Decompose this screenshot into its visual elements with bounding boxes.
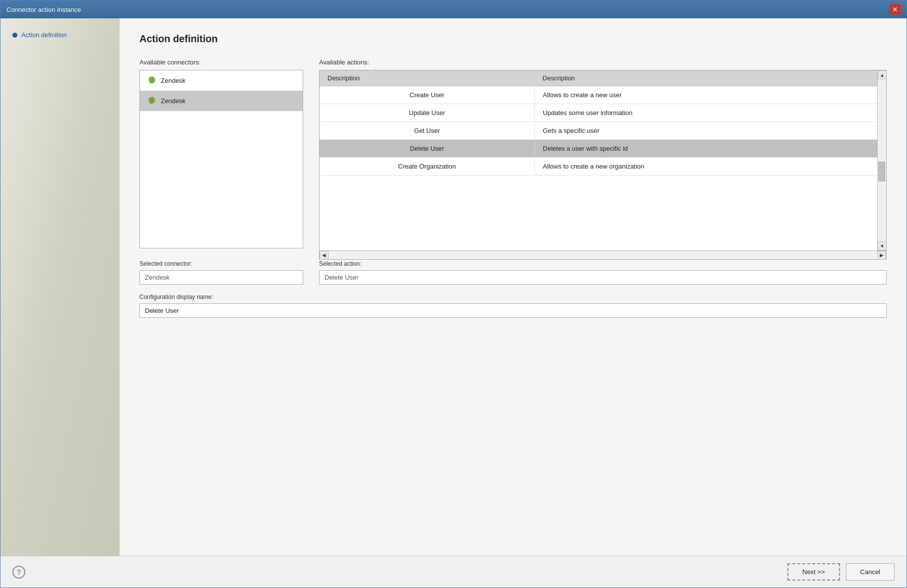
hscroll-left-button[interactable]: ◀ [320,251,328,260]
action-row-1[interactable]: Update User Updates some user informatio… [320,104,877,122]
action-desc-1: Updates some user information [535,104,877,122]
selected-action-label: Selected action: [319,260,887,267]
next-button[interactable]: Next >> [787,563,840,581]
footer: ? Next >> Cancel [0,556,907,588]
sidebar: Action definition [0,18,120,556]
action-name-1: Update User [320,104,535,122]
help-button[interactable]: ? [12,566,25,579]
action-desc-0: Allows to create a new user [535,86,877,104]
hscroll-track [328,251,877,259]
connector-item-1[interactable]: Zendesk [140,91,303,111]
scroll-down-button[interactable]: ▼ [878,241,886,250]
cancel-button[interactable]: Cancel [846,563,895,581]
action-name-2: Get User [320,122,535,140]
action-row-3[interactable]: Delete User Deletes a user with specific… [320,140,877,158]
config-section: Configuration display name: [139,294,887,318]
scroll-up-button[interactable]: ▲ [878,70,886,79]
close-button[interactable]: ✕ [890,4,901,15]
selected-action-input[interactable] [319,270,887,285]
actions-table-wrapper: Description Description Create User Allo… [319,70,887,260]
zendesk-icon-0 [147,75,157,85]
action-name-0: Create User [320,86,535,104]
scroll-track [878,79,886,241]
zendesk-icon-1 [147,96,157,106]
col-header-desc: Description [535,70,877,86]
selected-connector-input[interactable] [139,270,303,285]
active-indicator [12,33,17,38]
connectors-label: Available connectors: [139,59,303,66]
sidebar-item-action-definition[interactable]: Action definition [8,28,112,42]
form-section-top: Available connectors: Zendesk [139,59,887,248]
action-row-4[interactable]: Create Organization Allows to create a n… [320,158,877,176]
col-header-name: Description [320,70,535,86]
selected-connector-group: Selected connector: [139,260,303,285]
action-desc-4: Allows to create a new organization [535,158,877,176]
connector-item-0[interactable]: Zendesk [140,70,303,91]
horizontal-scrollbar: ◀ ▶ [320,250,886,259]
connectors-list[interactable]: Zendesk Zendesk [139,70,303,248]
page-title: Action definition [139,33,887,45]
footer-buttons: Next >> Cancel [787,563,895,581]
fields-row: Selected connector: Selected action: [139,260,887,285]
window-title: Connector action instance [6,6,81,13]
action-row-2[interactable]: Get User Gets a specific user [320,122,877,140]
actions-table: Description Description Create User Allo… [320,70,877,176]
selected-connector-label: Selected connector: [139,260,303,267]
scroll-thumb[interactable] [878,162,885,181]
window-body: Action definition Action definition Avai… [0,18,907,556]
connector-label-1: Zendesk [161,97,186,105]
config-display-name-label: Configuration display name: [139,294,887,300]
actions-column: Available actions: Description Descripti… [319,59,887,248]
action-row-0[interactable]: Create User Allows to create a new user [320,86,877,104]
connectors-column: Available connectors: Zendesk [139,59,303,248]
selected-action-group: Selected action: [319,260,887,285]
action-name-4: Create Organization [320,158,535,176]
connector-label-0: Zendesk [161,77,186,84]
main-window: Connector action instance ✕ Action defin… [0,0,907,588]
title-bar: Connector action instance ✕ [0,0,907,18]
action-name-3: Delete User [320,140,535,158]
hscroll-right-button[interactable]: ▶ [877,251,886,260]
config-display-name-input[interactable] [139,303,887,318]
action-desc-2: Gets a specific user [535,122,877,140]
main-content: Action definition Available connectors: … [120,18,907,556]
sidebar-item-label: Action definition [21,31,67,39]
vertical-scrollbar: ▲ ▼ [877,70,886,250]
actions-table-inner: Description Description Create User Allo… [320,70,886,250]
action-desc-3: Deletes a user with specific id [535,140,877,158]
actions-label: Available actions: [319,59,887,66]
